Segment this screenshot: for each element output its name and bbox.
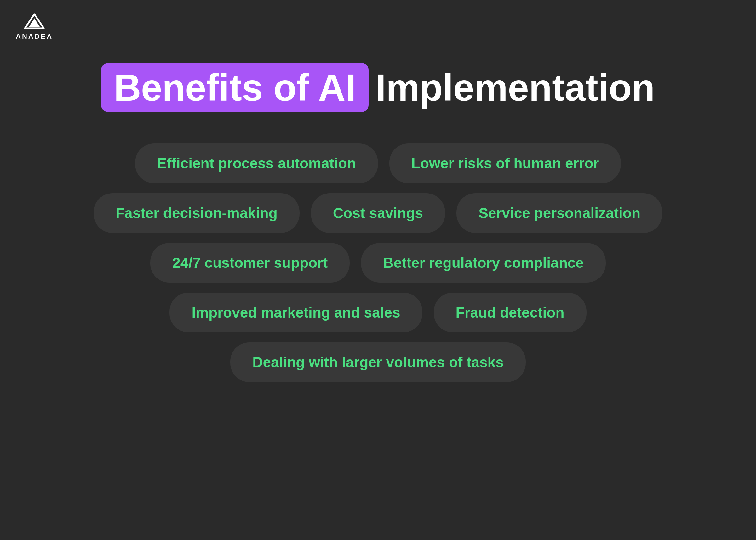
- benefit-pill-better-regulatory-compliance: Better regulatory compliance: [361, 243, 606, 283]
- benefit-pill-dealing-larger-volumes: Dealing with larger volumes of tasks: [230, 342, 526, 382]
- logo-text: ANADEA: [16, 32, 53, 41]
- benefit-pill-label: Cost savings: [333, 204, 423, 221]
- benefit-row-2: Faster decision-making Cost savings Serv…: [32, 193, 724, 233]
- title-highlight-text: Benefits of AI: [114, 67, 356, 109]
- benefit-pill-label: Faster decision-making: [115, 204, 278, 221]
- logo-area: ANADEA: [16, 13, 53, 41]
- benefit-pill-faster-decision-making: Faster decision-making: [94, 193, 299, 233]
- title-area: Benefits of AI Implementation: [101, 63, 655, 112]
- title-rest-text: Implementation: [375, 68, 655, 106]
- benefit-pill-lower-risks-human-error: Lower risks of human error: [389, 144, 621, 183]
- benefit-row-5: Dealing with larger volumes of tasks: [32, 342, 724, 382]
- benefit-row-3: 24/7 customer support Better regulatory …: [32, 243, 724, 283]
- main-content: Benefits of AI Implementation Efficient …: [0, 0, 756, 382]
- benefit-pill-247-customer-support: 24/7 customer support: [150, 243, 350, 283]
- benefit-row-4: Improved marketing and sales Fraud detec…: [32, 293, 724, 332]
- benefit-row-1: Efficient process automation Lower risks…: [32, 144, 724, 183]
- benefit-pill-label: Service personalization: [478, 204, 641, 221]
- benefits-grid: Efficient process automation Lower risks…: [0, 144, 756, 382]
- benefit-pill-fraud-detection: Fraud detection: [434, 293, 587, 332]
- benefit-pill-improved-marketing-sales: Improved marketing and sales: [169, 293, 422, 332]
- benefit-pill-label: Better regulatory compliance: [383, 254, 584, 271]
- benefit-pill-label: Dealing with larger volumes of tasks: [252, 354, 504, 371]
- title-highlight-box: Benefits of AI: [101, 63, 369, 112]
- benefit-pill-label: Fraud detection: [456, 304, 564, 321]
- benefit-pill-label: Efficient process automation: [157, 155, 356, 172]
- benefit-pill-efficient-process-automation: Efficient process automation: [135, 144, 378, 183]
- anadea-logo-icon: [23, 13, 45, 30]
- benefit-pill-cost-savings: Cost savings: [311, 193, 445, 233]
- benefit-pill-service-personalization: Service personalization: [457, 193, 662, 233]
- benefit-pill-label: 24/7 customer support: [172, 254, 328, 271]
- benefit-pill-label: Improved marketing and sales: [192, 304, 400, 321]
- benefit-pill-label: Lower risks of human error: [411, 155, 599, 172]
